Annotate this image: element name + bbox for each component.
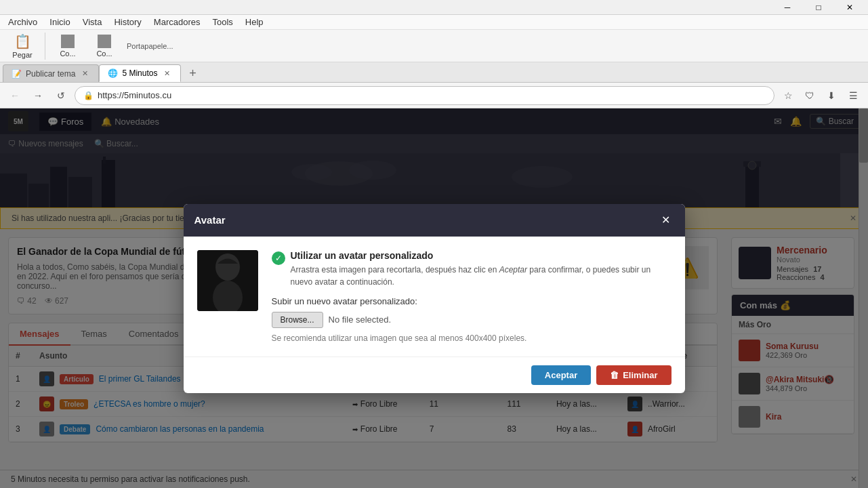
browse-button[interactable]: Browse...	[272, 312, 323, 328]
shield-button[interactable]: 🛡	[800, 86, 819, 105]
maximize-button[interactable]: □	[803, 0, 834, 15]
toolbar-co1[interactable]: Co...	[51, 31, 85, 61]
tab2-favicon: 🌐	[108, 68, 118, 78]
minimize-button[interactable]: ─	[772, 0, 803, 15]
tab-5minutos[interactable]: 🌐 5 Minutos ✕	[99, 64, 181, 82]
tab2-close[interactable]: ✕	[161, 68, 172, 79]
address-field[interactable]: 🔒 https://5minutos.cu	[75, 86, 774, 105]
url-display: https://5minutos.cu	[98, 90, 171, 100]
toolbar-co2[interactable]: Co...	[87, 31, 121, 61]
avatar-svg	[197, 250, 258, 311]
modal-footer: Aceptar 🗑 Eliminar	[184, 357, 685, 393]
option-title: Utilizar un avatar personalizado	[291, 250, 671, 261]
menu-bar: Archivo Inicio Vista History Marcadores …	[0, 15, 868, 30]
browser-content: 5M 💬 Foros 🔔 Novedades ✉ 🔔 🔍 Buscar 🗨 Nu…	[0, 108, 868, 488]
lock-icon: 🔒	[83, 91, 94, 100]
menu-history[interactable]: History	[108, 16, 146, 28]
tab-bar: 📝 Publicar tema ✕ 🌐 5 Minutos ✕ +	[0, 62, 868, 83]
menu-inicio[interactable]: Inicio	[44, 16, 75, 28]
file-name-display: No file selected.	[329, 314, 392, 325]
modal-title: Avatar	[194, 214, 226, 226]
address-bar: ← → ↺ 🔒 https://5minutos.cu ☆ 🛡 ⬇ ☰	[0, 83, 868, 108]
co2-icon	[98, 35, 111, 48]
address-bar-right: ☆ 🛡 ⬇ ☰	[779, 86, 863, 105]
clipboard-label: Portapapele...	[124, 42, 173, 50]
check-icon: ✓	[272, 251, 285, 265]
option-text-area: Utilizar un avatar personalizado Arrastr…	[291, 250, 671, 288]
modal-overlay: Avatar ✕	[0, 108, 868, 488]
toolbar: 📋 Pegar Co... Co... Portapapele...	[0, 30, 868, 62]
co1-label: Co...	[60, 49, 75, 58]
download-button[interactable]: ⬇	[822, 86, 841, 105]
modal-header: Avatar ✕	[184, 204, 685, 237]
tab1-title: Publicar tema	[26, 69, 75, 79]
accept-button[interactable]: Aceptar	[531, 365, 591, 385]
delete-button[interactable]: 🗑 Eliminar	[596, 365, 671, 385]
back-button[interactable]: ←	[5, 86, 24, 105]
title-bar-controls: ─ □ ✕	[772, 0, 865, 15]
bookmark-button[interactable]: ☆	[779, 86, 798, 105]
menu-marcadores[interactable]: Marcadores	[148, 16, 206, 28]
file-input-row: Browse... No file selected.	[272, 312, 671, 328]
tab1-close[interactable]: ✕	[79, 68, 90, 79]
co2-label: Co...	[96, 49, 112, 58]
menu-help[interactable]: Help	[240, 16, 269, 28]
avatar-preview	[197, 250, 258, 311]
delete-label: Eliminar	[623, 370, 657, 380]
refresh-button[interactable]: ↺	[51, 86, 70, 105]
co1-icon	[61, 35, 75, 48]
delete-icon: 🗑	[610, 370, 619, 380]
option-desc: Arrastra esta imagen para recortarla, de…	[291, 264, 671, 288]
avatar-image	[197, 250, 258, 311]
tab-publicar-tema[interactable]: 📝 Publicar tema ✕	[3, 64, 99, 82]
upload-label: Subir un nuevo avatar personalizado:	[272, 296, 671, 306]
modal-option: ✓ Utilizar un avatar personalizado Arras…	[272, 250, 671, 288]
menu-vista[interactable]: Vista	[77, 16, 108, 28]
paste-icon: 📋	[14, 33, 30, 49]
modal-body: ✓ Utilizar un avatar personalizado Arras…	[184, 237, 685, 357]
toolbar-divider	[45, 33, 45, 60]
menu-archivo[interactable]: Archivo	[3, 16, 43, 28]
file-hint: Se recomienda utilizar una imagen que se…	[272, 333, 671, 343]
modal-close-button[interactable]: ✕	[658, 212, 674, 228]
close-button[interactable]: ✕	[834, 0, 865, 15]
menu-tools[interactable]: Tools	[207, 16, 238, 28]
avatar-modal: Avatar ✕	[184, 204, 685, 393]
svg-point-17	[215, 253, 240, 281]
menu-dots-button[interactable]: ☰	[844, 86, 863, 105]
new-tab-button[interactable]: +	[184, 64, 201, 82]
modal-content: ✓ Utilizar un avatar personalizado Arras…	[272, 250, 671, 343]
tab2-title: 5 Minutos	[122, 68, 157, 78]
tab1-favicon: 📝	[12, 69, 22, 79]
forward-button[interactable]: →	[28, 86, 47, 105]
paste-label: Pegar	[12, 51, 32, 59]
toolbar-paste[interactable]: 📋 Pegar	[5, 30, 39, 62]
title-bar: ─ □ ✕	[0, 0, 868, 15]
